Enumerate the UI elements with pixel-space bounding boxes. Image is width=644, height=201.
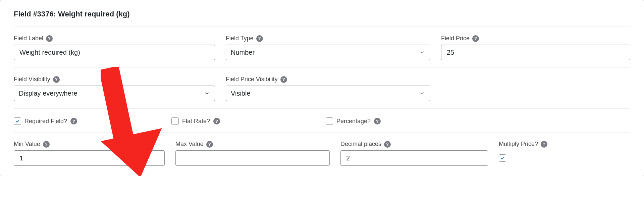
field-price-input-wrap (441, 45, 630, 60)
label-line: Field Type ? (226, 35, 430, 42)
help-icon[interactable]: ? (384, 141, 391, 148)
block-multiply-price: Multiply Price? ? (499, 141, 547, 166)
help-icon[interactable]: ? (46, 35, 53, 42)
chevron-down-icon (204, 90, 210, 96)
block-field-price: Field Price ? (441, 35, 630, 60)
field-price-visibility-value: Visible (231, 90, 251, 97)
check-icon (15, 118, 20, 124)
max-value-label: Max Value (175, 141, 204, 148)
field-price-label: Field Price (441, 35, 470, 42)
decimal-places-input-wrap (340, 150, 488, 166)
help-icon[interactable]: ? (43, 141, 50, 148)
field-label-input-wrap (14, 45, 215, 60)
row-checkboxes: Required Field? ? Flat Rate? ? Percentag… (14, 109, 630, 125)
help-icon[interactable]: ? (70, 118, 77, 124)
label-line: Field Price ? (441, 35, 630, 42)
min-value-label: Min Value (14, 141, 40, 148)
block-field-type: Field Type ? Number (226, 35, 430, 60)
label-line: Max Value ? (175, 141, 330, 148)
field-price-input[interactable] (446, 48, 625, 57)
field-price-visibility-select[interactable]: Visible (226, 86, 430, 101)
row-field-basics: Field Label ? Field Type ? Number (14, 27, 630, 60)
row-visibility: Field Visibility ? Display everywhere Fi… (14, 68, 630, 101)
field-label-input[interactable] (19, 48, 210, 57)
min-value-input-wrap (14, 150, 165, 166)
help-icon[interactable]: ? (53, 76, 60, 83)
label-line: Min Value ? (14, 141, 165, 148)
help-icon[interactable]: ? (374, 118, 381, 124)
block-decimal-places: Decimal places ? (340, 141, 488, 166)
field-visibility-select[interactable]: Display everywhere (14, 86, 215, 101)
field-type-select[interactable]: Number (226, 45, 430, 60)
block-field-label: Field Label ? (14, 35, 215, 60)
flat-rate-label: Flat Rate? (182, 118, 210, 125)
label-line: Multiply Price? ? (499, 141, 547, 148)
block-field-visibility: Field Visibility ? Display everywhere (14, 76, 215, 101)
help-icon[interactable]: ? (213, 118, 220, 124)
check-flat-rate: Flat Rate? ? (171, 117, 326, 125)
decimal-places-input[interactable] (345, 154, 483, 162)
flat-rate-checkbox[interactable] (171, 117, 179, 125)
card-title: Field #3376: Weight required (kg) (14, 0, 630, 27)
min-value-input[interactable] (19, 154, 160, 162)
label-line: Field Price Visibility ? (226, 76, 430, 83)
max-value-input-wrap (175, 150, 330, 166)
label-line: Decimal places ? (340, 141, 488, 148)
required-field-checkbox[interactable] (14, 117, 21, 125)
block-field-price-visibility: Field Price Visibility ? Visible (226, 76, 430, 101)
row-number-constraints: Min Value ? Max Value ? Decimal plac (14, 133, 630, 166)
percentage-label: Percentage? (336, 118, 371, 125)
field-type-label: Field Type (226, 35, 254, 42)
field-visibility-value: Display everywhere (19, 90, 77, 97)
field-visibility-label: Field Visibility (14, 76, 50, 83)
block-max-value: Max Value ? (175, 141, 330, 166)
block-min-value: Min Value ? (14, 141, 165, 166)
percentage-checkbox[interactable] (326, 117, 333, 125)
multiply-price-checkbox[interactable] (499, 154, 506, 162)
check-icon (500, 155, 505, 161)
help-icon[interactable]: ? (280, 76, 287, 83)
field-price-visibility-label: Field Price Visibility (226, 76, 278, 83)
chevron-down-icon (419, 90, 425, 96)
label-line: Field Visibility ? (14, 76, 215, 83)
max-value-input[interactable] (180, 154, 325, 162)
field-settings-card: Field #3376: Weight required (kg) Field … (0, 0, 644, 176)
help-icon[interactable]: ? (206, 141, 213, 148)
label-line: Field Label ? (14, 35, 215, 42)
required-field-label: Required Field? (24, 118, 67, 125)
check-required-field: Required Field? ? (14, 117, 171, 125)
help-icon[interactable]: ? (472, 35, 479, 42)
multiply-price-label: Multiply Price? (499, 141, 538, 148)
help-icon[interactable]: ? (541, 141, 547, 148)
chevron-down-icon (419, 49, 425, 55)
help-icon[interactable]: ? (256, 35, 263, 42)
check-percentage: Percentage? ? (326, 117, 381, 125)
field-label-label: Field Label (14, 35, 43, 42)
field-type-value: Number (231, 49, 255, 56)
decimal-places-label: Decimal places (340, 141, 381, 148)
